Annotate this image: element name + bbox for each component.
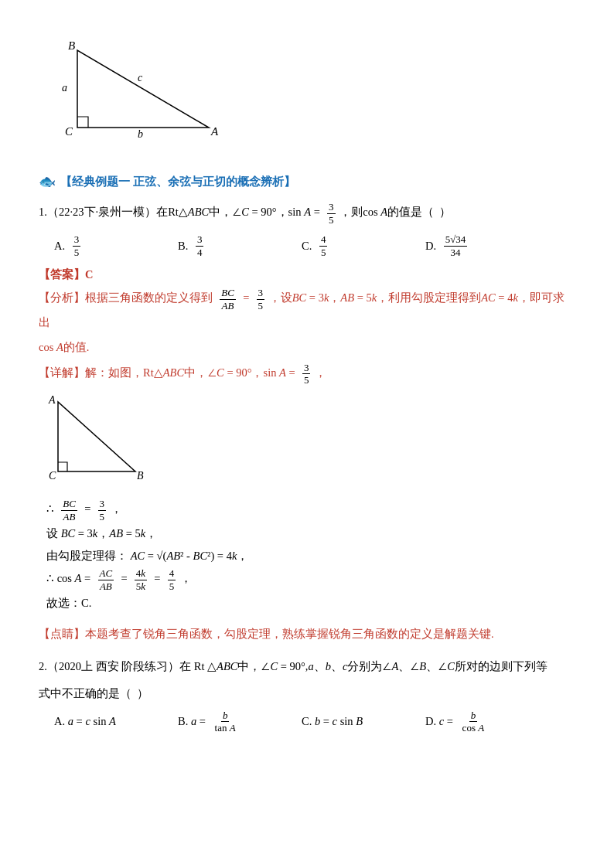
q1-option-d: D. 5√34 34	[425, 233, 549, 258]
svg-text:a: a	[62, 82, 67, 94]
svg-text:b: b	[138, 128, 143, 140]
svg-text:A: A	[48, 394, 56, 406]
section-title-text: 【经典例题一 正弦、余弦与正切的概念辨析】	[60, 175, 295, 189]
q1-analysis2: cos A的值.	[39, 337, 575, 357]
svg-text:B: B	[137, 470, 144, 482]
svg-marker-7	[58, 402, 135, 471]
svg-marker-0	[77, 50, 209, 128]
svg-text:C: C	[65, 125, 73, 138]
q1-detail-header: 【详解】解：如图，Rt△ABC中，∠C = 90°，sin A = 3 5 ，	[39, 362, 575, 386]
q2-option-b: B. a = b tan A	[178, 710, 302, 734]
solution-line-1: ∴ BC AB = 3 5 ，	[46, 498, 575, 523]
q2-option-d: D. c = b cos A	[425, 710, 549, 734]
solution-line-3: 由勾股定理得： AC = √(AB² - BC²) = 4k，	[46, 545, 575, 567]
question-2-cont: 式中不正确的是（ ）	[39, 683, 575, 703]
fish-icon: 🐟	[39, 173, 56, 190]
section-title: 🐟 【经典例题一 正弦、余弦与正切的概念辨析】	[39, 173, 575, 190]
solution-line-5: 故选：C.	[46, 592, 575, 614]
q1-options: A. 3 5 B. 3 4 C. 4 5 D. 5√34 34	[54, 233, 575, 258]
solution-line-4: ∴ cos A = AC AB = 4k 5k = 4 5 ，	[46, 567, 575, 592]
q1-analysis: 【分析】根据三角函数的定义得到 BC AB = 3 5 ，设BC = 3k，AB…	[39, 287, 575, 332]
q1-option-a: A. 3 5	[54, 233, 178, 258]
svg-text:c: c	[138, 72, 143, 83]
question-1: 1.（22·23下·泉州一模）在Rt△ABC中，∠C = 90°，sin A =…	[39, 201, 575, 226]
solution-line-2: 设 BC = 3k，AB = 5k，	[46, 523, 575, 545]
q2-option-c: C. b = c sin B	[302, 710, 425, 734]
small-triangle-diagram: A C B	[46, 394, 575, 490]
q1-answer: 【答案】C	[39, 267, 575, 282]
question-2: 2.（2020上 西安 阶段练习）在 Rt △ABC中，∠C = 90°,a、b…	[39, 656, 575, 676]
svg-text:B: B	[68, 39, 75, 52]
svg-text:A: A	[210, 125, 219, 138]
q2-option-a: A. a = c sin A	[54, 710, 178, 734]
q1-note: 【点睛】本题考查了锐角三角函数，勾股定理，熟练掌握锐角三角函数的定义是解题关键.	[39, 624, 575, 644]
q1-option-c: C. 4 5	[302, 233, 425, 258]
top-triangle-diagram: B C A a c b	[54, 39, 575, 150]
q2-options: A. a = c sin A B. a = b tan A C. b = c s…	[54, 710, 575, 734]
svg-text:C: C	[49, 470, 56, 482]
q1-option-b: B. 3 4	[178, 233, 302, 258]
